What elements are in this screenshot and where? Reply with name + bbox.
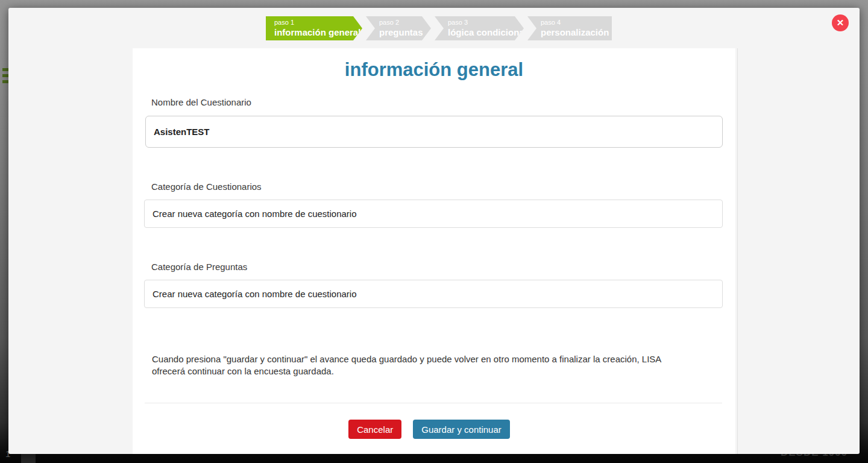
step-title-label: lógica condicional xyxy=(448,27,524,39)
question-category-label: Categoría de Preguntas xyxy=(151,262,247,272)
wizard-modal: paso 1 información general paso 2 pregun… xyxy=(8,8,860,454)
save-help-text: Cuando presiona "guardar y continuar" el… xyxy=(152,353,696,377)
step-number-label: paso 1 xyxy=(274,19,362,27)
questionnaire-category-label: Categoría de Cuestionarios xyxy=(151,181,262,192)
wizard-step-2-preguntas[interactable]: paso 2 preguntas xyxy=(366,16,431,40)
questionnaire-category-select[interactable]: Crear nueva categoría con nombre de cues… xyxy=(144,200,723,228)
wizard-step-1-informacion-general[interactable]: paso 1 información general xyxy=(266,16,362,40)
wizard-step-4-personalizacion[interactable]: paso 4 personalización xyxy=(527,16,612,40)
modal-content-card: información general Nombre del Cuestiona… xyxy=(133,48,735,454)
background-pagination-button xyxy=(21,454,36,463)
card-edge-line xyxy=(737,48,738,454)
step-title-label: personalización xyxy=(541,27,612,39)
screen: { "backdrop": { "bottom_left_page_number… xyxy=(0,0,868,463)
wizard-step-3-logica-condicional[interactable]: paso 3 lógica condicional xyxy=(435,16,524,40)
close-icon[interactable]: ✕ xyxy=(832,14,849,31)
cancel-button[interactable]: Cancelar xyxy=(348,420,401,439)
step-number-label: paso 4 xyxy=(541,19,612,27)
save-continue-button[interactable]: Guardar y continuar xyxy=(413,420,510,439)
question-category-select[interactable]: Crear nueva categoría con nombre de cues… xyxy=(144,280,723,308)
page-title: información general xyxy=(133,59,735,81)
questionnaire-name-input[interactable] xyxy=(145,116,723,148)
step-number-label: paso 2 xyxy=(379,19,431,27)
modal-footer-buttons: Cancelar Guardar y continuar xyxy=(128,420,731,439)
questionnaire-name-label: Nombre del Cuestionario xyxy=(151,97,251,107)
step-title-label: información general xyxy=(274,27,362,39)
step-number-label: paso 3 xyxy=(448,19,524,27)
footer-divider xyxy=(145,403,722,403)
wizard-stepper: paso 1 información general paso 2 pregun… xyxy=(266,16,612,40)
step-title-label: preguntas xyxy=(379,27,431,39)
